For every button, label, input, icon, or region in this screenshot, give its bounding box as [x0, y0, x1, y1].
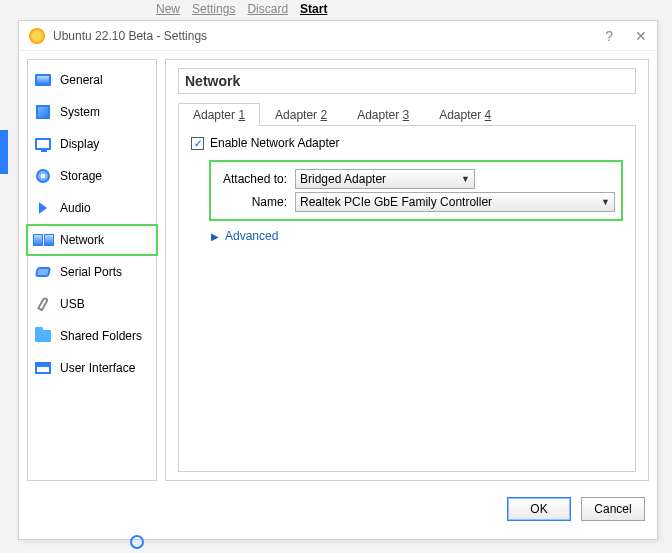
sidebar-item-user-interface[interactable]: User Interface: [28, 352, 156, 384]
sidebar-item-label: Display: [60, 137, 99, 151]
attached-to-value: Bridged Adapter: [300, 172, 386, 186]
adapter-tab-body: ✓ Enable Network Adapter Attached to: Br…: [178, 126, 636, 472]
menu-settings[interactable]: Settings: [192, 2, 235, 16]
blur-icon: [130, 535, 144, 549]
serial-icon: [35, 267, 51, 277]
sidebar-item-label: General: [60, 73, 103, 87]
sidebar-item-storage[interactable]: Storage: [28, 160, 156, 192]
sidebar-item-display[interactable]: Display: [28, 128, 156, 160]
sidebar-item-label: Shared Folders: [60, 329, 142, 343]
tab-adapter-1[interactable]: Adapter 1: [178, 103, 260, 126]
app-icon: [29, 28, 45, 44]
triangle-right-icon: ▶: [211, 231, 219, 242]
tab-adapter-2[interactable]: Adapter 2: [260, 103, 342, 126]
sidebar-item-label: User Interface: [60, 361, 135, 375]
adapter-tabbar: Adapter 1 Adapter 2 Adapter 3 Adapter 4: [178, 102, 636, 126]
chevron-down-icon: ▼: [461, 174, 470, 184]
titlebar: Ubuntu 22.10 Beta - Settings ? ✕: [19, 21, 657, 51]
settings-dialog: Ubuntu 22.10 Beta - Settings ? ✕ General…: [18, 20, 658, 540]
sidebar-item-label: USB: [60, 297, 85, 311]
main-panel: Network Adapter 1 Adapter 2 Adapter 3 Ad…: [165, 59, 649, 481]
sidebar-item-label: Network: [60, 233, 104, 247]
background-blur-row: [130, 535, 144, 549]
window-title: Ubuntu 22.10 Beta - Settings: [53, 29, 605, 43]
name-value: Realtek PCIe GbE Family Controller: [300, 195, 492, 209]
storage-icon: [36, 169, 50, 183]
help-icon[interactable]: ?: [605, 28, 613, 44]
sidebar-item-network[interactable]: Network: [26, 224, 158, 256]
close-icon[interactable]: ✕: [635, 28, 647, 44]
app-toolbar: New Settings Discard Start: [0, 0, 672, 18]
chevron-down-icon: ▼: [601, 197, 610, 207]
sidebar-item-label: Audio: [60, 201, 91, 215]
folder-icon: [35, 330, 51, 342]
sidebar-item-label: Storage: [60, 169, 102, 183]
ui-icon: [35, 362, 51, 374]
sidebar-item-label: Serial Ports: [60, 265, 122, 279]
attached-group-highlight: Attached to: Bridged Adapter ▼ Name: Rea…: [209, 160, 623, 221]
ok-button[interactable]: OK: [507, 497, 571, 521]
advanced-label: Advanced: [225, 229, 278, 243]
network-icon: [33, 234, 54, 246]
cancel-button[interactable]: Cancel: [581, 497, 645, 521]
sidebar-item-system[interactable]: System: [28, 96, 156, 128]
general-icon: [35, 74, 51, 86]
usb-icon: [37, 296, 49, 311]
enable-adapter-row: ✓ Enable Network Adapter: [191, 136, 623, 150]
audio-icon: [39, 202, 47, 214]
display-icon: [35, 138, 51, 150]
advanced-expander[interactable]: ▶ Advanced: [211, 229, 623, 243]
tab-adapter-4[interactable]: Adapter 4: [424, 103, 506, 126]
name-label: Name:: [217, 195, 287, 209]
sidebar-item-serial-ports[interactable]: Serial Ports: [28, 256, 156, 288]
menu-start[interactable]: Start: [300, 2, 327, 16]
settings-sidebar: General System Display Storage Audio Net…: [27, 59, 157, 481]
tab-adapter-3[interactable]: Adapter 3: [342, 103, 424, 126]
dialog-buttons: OK Cancel: [19, 489, 657, 529]
sidebar-item-audio[interactable]: Audio: [28, 192, 156, 224]
attached-to-select[interactable]: Bridged Adapter ▼: [295, 169, 475, 189]
sidebar-item-shared-folders[interactable]: Shared Folders: [28, 320, 156, 352]
name-select[interactable]: Realtek PCIe GbE Family Controller ▼: [295, 192, 615, 212]
menu-new[interactable]: New: [156, 2, 180, 16]
sidebar-item-label: System: [60, 105, 100, 119]
attached-to-label: Attached to:: [217, 172, 287, 186]
page-title: Network: [178, 68, 636, 94]
sidebar-item-general[interactable]: General: [28, 64, 156, 96]
menu-discard[interactable]: Discard: [247, 2, 288, 16]
enable-adapter-checkbox[interactable]: ✓: [191, 137, 204, 150]
sidebar-item-usb[interactable]: USB: [28, 288, 156, 320]
background-selection-strip: [0, 130, 8, 174]
enable-adapter-label: Enable Network Adapter: [210, 136, 339, 150]
system-icon: [36, 105, 50, 119]
